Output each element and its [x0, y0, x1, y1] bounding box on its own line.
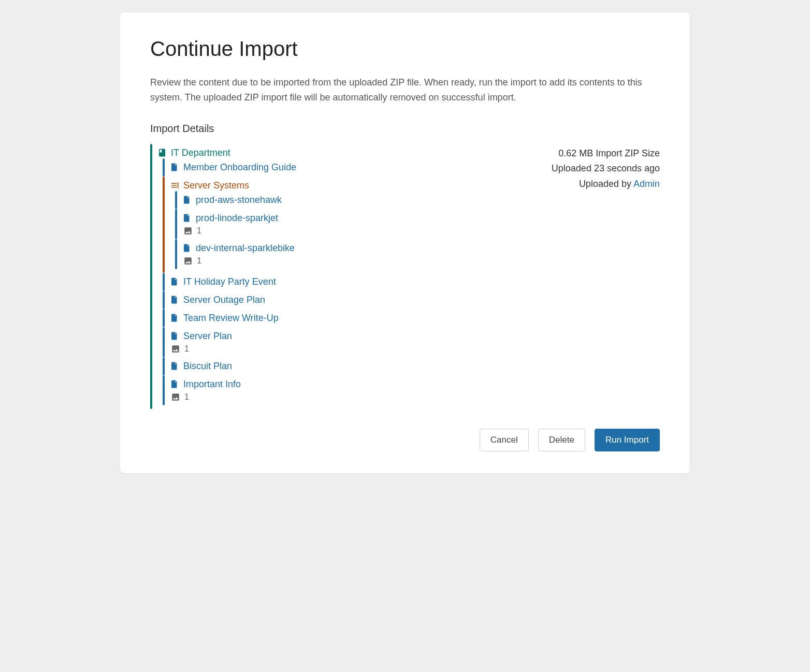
page-item-label: Biscuit Plan [183, 361, 232, 372]
page-item-label: dev-internal-sparklebike [196, 243, 295, 254]
delete-button[interactable]: Delete [538, 429, 585, 451]
attachment-count: 1 [170, 392, 504, 402]
import-card: Continue Import Review the content due t… [120, 12, 690, 473]
page-item-label: prod-linode-sparkjet [196, 213, 278, 224]
page-icon [170, 379, 179, 389]
image-icon [171, 392, 180, 402]
section-heading: Import Details [150, 123, 660, 135]
page-item[interactable]: Member Onboarding Guide [170, 162, 504, 173]
page-item-label: IT Holiday Party Event [183, 276, 276, 287]
page-item[interactable]: Biscuit Plan [170, 361, 504, 372]
page-item[interactable]: Server Plan [170, 331, 504, 342]
uploaded-by-user-link[interactable]: Admin [633, 179, 660, 189]
book-icon [157, 148, 167, 157]
attachment-count: 1 [182, 226, 504, 236]
import-meta: 0.62 MB Import ZIP Size Uploaded 23 seco… [525, 144, 660, 192]
page-icon [170, 163, 179, 172]
page-item-label: prod-aws-stonehawk [196, 195, 282, 206]
chapter-item[interactable]: Server Systems [170, 180, 504, 191]
page-icon [182, 213, 192, 223]
page-icon [170, 313, 179, 323]
page-icon [170, 331, 179, 341]
import-tree: IT Department Member Onboarding Guide Se… [150, 144, 504, 409]
page-item-label: Team Review Write-Up [183, 313, 279, 324]
page-item[interactable]: prod-aws-stonehawk [182, 195, 504, 206]
page-description: Review the content due to be imported fr… [150, 75, 660, 105]
book-item-label: IT Department [171, 148, 230, 158]
cancel-button[interactable]: Cancel [480, 429, 529, 451]
page-item[interactable]: Server Outage Plan [170, 295, 504, 305]
page-item-label: Server Outage Plan [183, 295, 265, 305]
meta-size: 0.62 MB Import ZIP Size [525, 146, 660, 162]
page-item-label: Server Plan [183, 331, 232, 342]
page-icon [170, 361, 179, 371]
attachment-count: 1 [170, 344, 504, 354]
page-item-label: Member Onboarding Guide [183, 162, 296, 173]
page-item[interactable]: prod-linode-sparkjet [182, 213, 504, 224]
meta-uploaded: Uploaded 23 seconds ago [525, 161, 660, 177]
book-item[interactable]: IT Department [157, 148, 504, 158]
run-import-button[interactable]: Run Import [595, 429, 660, 451]
chapter-item-label: Server Systems [183, 180, 249, 191]
image-icon [171, 344, 180, 354]
page-item[interactable]: dev-internal-sparklebike [182, 243, 504, 254]
page-icon [170, 277, 179, 286]
page-item[interactable]: Important Info [170, 379, 504, 390]
image-icon [183, 226, 193, 236]
button-row: Cancel Delete Run Import [150, 429, 660, 451]
meta-uploader: Uploaded by Admin [525, 177, 660, 192]
page-icon [182, 243, 192, 253]
page-item-label: Important Info [183, 379, 241, 390]
page-item[interactable]: IT Holiday Party Event [170, 276, 504, 287]
chapter-icon [170, 181, 179, 190]
page-icon [182, 195, 192, 204]
attachment-count: 1 [182, 256, 504, 266]
page-item[interactable]: Team Review Write-Up [170, 313, 504, 324]
page-icon [170, 295, 179, 304]
image-icon [183, 256, 193, 266]
page-title: Continue Import [150, 37, 660, 61]
